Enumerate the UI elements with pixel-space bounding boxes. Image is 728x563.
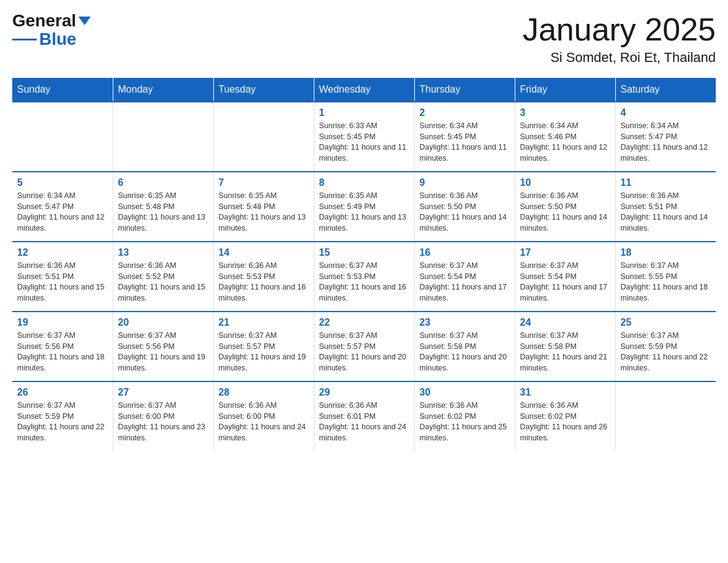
- day-number: 10: [520, 177, 610, 188]
- day-info: Sunrise: 6:34 AMSunset: 5:47 PMDaylight:…: [621, 121, 711, 164]
- calendar-cell: 31Sunrise: 6:36 AMSunset: 6:02 PMDayligh…: [515, 381, 615, 451]
- calendar-cell: 28Sunrise: 6:36 AMSunset: 6:00 PMDayligh…: [213, 381, 314, 451]
- calendar-cell: 19Sunrise: 6:37 AMSunset: 5:56 PMDayligh…: [12, 312, 113, 381]
- day-number: 18: [621, 247, 711, 258]
- day-info: Sunrise: 6:36 AMSunset: 5:52 PMDaylight:…: [118, 261, 208, 304]
- day-info: Sunrise: 6:34 AMSunset: 5:47 PMDaylight:…: [17, 191, 108, 234]
- header-saturday: Saturday: [615, 78, 716, 102]
- title-section: January 2025 Si Somdet, Roi Et, Thailand: [523, 12, 716, 66]
- header-friday: Friday: [515, 78, 615, 102]
- calendar-header-row: Sunday Monday Tuesday Wednesday Thursday…: [12, 78, 716, 102]
- day-number: 11: [621, 177, 711, 188]
- day-number: 26: [17, 387, 108, 398]
- day-number: 5: [17, 177, 108, 188]
- day-number: 29: [319, 387, 409, 398]
- calendar-week-2: 12Sunrise: 6:36 AMSunset: 5:51 PMDayligh…: [12, 242, 716, 312]
- calendar-cell: 29Sunrise: 6:36 AMSunset: 6:01 PMDayligh…: [314, 381, 414, 451]
- calendar-cell: 26Sunrise: 6:37 AMSunset: 5:59 PMDayligh…: [12, 381, 113, 451]
- day-info: Sunrise: 6:33 AMSunset: 5:45 PMDaylight:…: [319, 121, 409, 164]
- calendar-cell: 9Sunrise: 6:36 AMSunset: 5:50 PMDaylight…: [414, 172, 515, 242]
- day-number: 17: [520, 247, 610, 258]
- day-number: 23: [420, 317, 510, 328]
- day-number: 15: [319, 247, 409, 258]
- calendar-cell: 14Sunrise: 6:36 AMSunset: 5:53 PMDayligh…: [213, 242, 314, 312]
- calendar-cell: 10Sunrise: 6:36 AMSunset: 5:50 PMDayligh…: [515, 172, 615, 242]
- day-number: 20: [118, 317, 208, 328]
- day-info: Sunrise: 6:35 AMSunset: 5:49 PMDaylight:…: [319, 191, 409, 234]
- day-number: 7: [219, 177, 309, 188]
- calendar-cell: 30Sunrise: 6:36 AMSunset: 6:02 PMDayligh…: [414, 381, 515, 451]
- day-number: 28: [219, 387, 309, 398]
- calendar-week-4: 26Sunrise: 6:37 AMSunset: 5:59 PMDayligh…: [12, 381, 716, 451]
- day-number: 9: [420, 177, 510, 188]
- day-number: 13: [118, 247, 208, 258]
- day-number: 24: [520, 317, 610, 328]
- day-info: Sunrise: 6:37 AMSunset: 5:56 PMDaylight:…: [17, 331, 108, 373]
- calendar-cell: 22Sunrise: 6:37 AMSunset: 5:57 PMDayligh…: [314, 312, 414, 381]
- calendar-week-0: 1Sunrise: 6:33 AMSunset: 5:45 PMDaylight…: [12, 102, 716, 172]
- day-number: 2: [420, 107, 510, 118]
- page-header: General Blue January 2025 Si Somdet, Roi…: [12, 12, 716, 66]
- day-number: 21: [219, 317, 309, 328]
- day-info: Sunrise: 6:37 AMSunset: 5:54 PMDaylight:…: [420, 261, 510, 304]
- day-info: Sunrise: 6:36 AMSunset: 5:53 PMDaylight:…: [219, 261, 309, 304]
- header-wednesday: Wednesday: [314, 78, 414, 102]
- day-number: 12: [17, 247, 108, 258]
- calendar-week-3: 19Sunrise: 6:37 AMSunset: 5:56 PMDayligh…: [12, 312, 716, 381]
- calendar-cell: [113, 102, 213, 172]
- calendar-week-1: 5Sunrise: 6:34 AMSunset: 5:47 PMDaylight…: [12, 172, 716, 242]
- calendar-cell: 16Sunrise: 6:37 AMSunset: 5:54 PMDayligh…: [414, 242, 515, 312]
- day-number: 27: [118, 387, 208, 398]
- day-info: Sunrise: 6:36 AMSunset: 6:01 PMDaylight:…: [319, 400, 409, 443]
- day-number: 4: [621, 107, 711, 118]
- day-info: Sunrise: 6:37 AMSunset: 6:00 PMDaylight:…: [118, 400, 208, 443]
- day-number: 30: [420, 387, 510, 398]
- calendar-cell: 3Sunrise: 6:34 AMSunset: 5:46 PMDaylight…: [515, 102, 615, 172]
- logo-triangle-icon: [78, 17, 91, 25]
- calendar-cell: [615, 381, 716, 451]
- day-number: 14: [219, 247, 309, 258]
- calendar-title: January 2025: [523, 12, 716, 47]
- day-number: 31: [520, 387, 610, 398]
- header-sunday: Sunday: [12, 78, 113, 102]
- day-number: 16: [420, 247, 510, 258]
- day-info: Sunrise: 6:36 AMSunset: 5:51 PMDaylight:…: [621, 191, 711, 234]
- day-info: Sunrise: 6:37 AMSunset: 5:59 PMDaylight:…: [17, 400, 108, 443]
- calendar-cell: 15Sunrise: 6:37 AMSunset: 5:53 PMDayligh…: [314, 242, 414, 312]
- header-monday: Monday: [113, 78, 213, 102]
- day-number: 25: [621, 317, 711, 328]
- day-info: Sunrise: 6:34 AMSunset: 5:45 PMDaylight:…: [420, 121, 510, 164]
- day-info: Sunrise: 6:36 AMSunset: 5:50 PMDaylight:…: [520, 191, 610, 234]
- day-number: 19: [17, 317, 108, 328]
- day-info: Sunrise: 6:37 AMSunset: 5:55 PMDaylight:…: [621, 261, 711, 304]
- day-number: 3: [520, 107, 610, 118]
- calendar-cell: [12, 102, 113, 172]
- day-number: 1: [319, 107, 409, 118]
- calendar-subtitle: Si Somdet, Roi Et, Thailand: [523, 50, 716, 66]
- calendar-cell: 2Sunrise: 6:34 AMSunset: 5:45 PMDaylight…: [414, 102, 515, 172]
- calendar-cell: 18Sunrise: 6:37 AMSunset: 5:55 PMDayligh…: [615, 242, 716, 312]
- calendar-cell: 7Sunrise: 6:35 AMSunset: 5:48 PMDaylight…: [213, 172, 314, 242]
- day-info: Sunrise: 6:36 AMSunset: 5:50 PMDaylight:…: [420, 191, 510, 234]
- day-info: Sunrise: 6:35 AMSunset: 5:48 PMDaylight:…: [118, 191, 208, 234]
- day-info: Sunrise: 6:34 AMSunset: 5:46 PMDaylight:…: [520, 121, 610, 164]
- day-info: Sunrise: 6:36 AMSunset: 6:02 PMDaylight:…: [520, 400, 610, 443]
- logo: General Blue: [12, 12, 91, 48]
- calendar-table: Sunday Monday Tuesday Wednesday Thursday…: [12, 78, 716, 451]
- calendar-cell: 20Sunrise: 6:37 AMSunset: 5:56 PMDayligh…: [113, 312, 213, 381]
- day-info: Sunrise: 6:37 AMSunset: 5:56 PMDaylight:…: [118, 331, 208, 373]
- calendar-cell: 1Sunrise: 6:33 AMSunset: 5:45 PMDaylight…: [314, 102, 414, 172]
- header-tuesday: Tuesday: [213, 78, 314, 102]
- calendar-cell: 25Sunrise: 6:37 AMSunset: 5:59 PMDayligh…: [615, 312, 716, 381]
- day-number: 6: [118, 177, 208, 188]
- day-info: Sunrise: 6:37 AMSunset: 5:58 PMDaylight:…: [420, 331, 510, 373]
- calendar-cell: 6Sunrise: 6:35 AMSunset: 5:48 PMDaylight…: [113, 172, 213, 242]
- calendar-cell: 13Sunrise: 6:36 AMSunset: 5:52 PMDayligh…: [113, 242, 213, 312]
- logo-general-text: General: [12, 12, 76, 29]
- day-number: 8: [319, 177, 409, 188]
- day-info: Sunrise: 6:37 AMSunset: 5:57 PMDaylight:…: [319, 331, 409, 373]
- header-thursday: Thursday: [414, 78, 515, 102]
- logo-blue-text: Blue: [39, 31, 77, 48]
- day-info: Sunrise: 6:36 AMSunset: 5:51 PMDaylight:…: [17, 261, 108, 304]
- day-info: Sunrise: 6:37 AMSunset: 5:53 PMDaylight:…: [319, 261, 409, 304]
